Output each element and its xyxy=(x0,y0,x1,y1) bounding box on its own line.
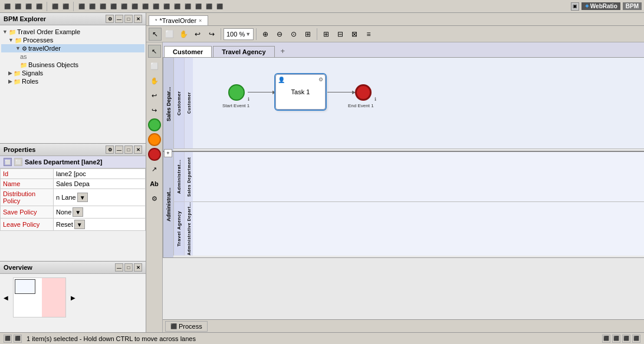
editor-tab-travel-order[interactable]: * *TravelOrder × xyxy=(149,15,208,25)
end-event-element[interactable]: End Event 1 ℹ xyxy=(355,84,372,101)
status-right-icon-4[interactable]: ⬛ xyxy=(632,335,640,343)
pool-2[interactable]: Administrat... Administrat... Sales Depa… xyxy=(163,152,644,258)
explorer-minimize-btn[interactable]: — xyxy=(115,15,123,23)
leave-dropdown-btn[interactable]: ▼ xyxy=(74,220,85,229)
overview-close-btn[interactable]: ✕ xyxy=(134,263,142,272)
distribution-dropdown-btn[interactable]: ▼ xyxy=(77,193,88,202)
status-right-icon-2[interactable]: ⬛ xyxy=(612,335,620,343)
vtool-text[interactable]: Ab xyxy=(148,177,161,190)
tool-zoom-all[interactable]: ⊞ xyxy=(301,28,314,41)
toolbar-icon-3[interactable]: ⬛ xyxy=(24,2,33,11)
tree-item-travelorder[interactable]: ▼ ⚙ travelOrder xyxy=(1,44,144,52)
tool-marquee[interactable]: ⬜ xyxy=(163,28,176,41)
toolbar-icon-15[interactable]: ⬛ xyxy=(162,2,171,11)
property-value-name[interactable]: Sales Depa xyxy=(54,179,146,189)
vtool-end-event[interactable] xyxy=(148,148,161,161)
tree-item-signals[interactable]: ▶ 📁 Signals xyxy=(1,69,144,77)
overview-minimize-btn[interactable]: — xyxy=(115,263,123,272)
status-icon-1[interactable]: ⬛ xyxy=(4,335,12,343)
tool-grid[interactable]: ⊞ xyxy=(320,28,333,41)
sublane-admin-content[interactable] xyxy=(193,152,644,201)
sublane-customer[interactable]: Customer Start Event 1 xyxy=(184,58,644,148)
save-dropdown-btn[interactable]: ▼ xyxy=(73,207,83,217)
lane-tab-customer[interactable]: Customer xyxy=(164,46,212,57)
overview-minimap[interactable] xyxy=(13,277,66,317)
tool-undo[interactable]: ↩ xyxy=(191,28,204,41)
toolbar-icon-4[interactable]: ⬛ xyxy=(34,2,44,11)
toolbar-icon-13[interactable]: ⬛ xyxy=(140,2,150,11)
overview-nav-right[interactable]: ▶ xyxy=(71,295,75,301)
toolbar-icon-2[interactable]: ⬛ xyxy=(13,2,22,11)
tab-close-icon[interactable]: × xyxy=(199,18,202,24)
sublane-customer-content[interactable]: Start Event 1 ℹ ▶ xyxy=(193,58,644,148)
status-right-icon-1[interactable]: ⬛ xyxy=(602,335,610,343)
property-value-distribution[interactable]: n Lane ▼ xyxy=(54,189,146,206)
vtool-settings[interactable]: ⚙ xyxy=(148,192,161,205)
toolbar-icon-20[interactable]: ⬛ xyxy=(215,2,224,11)
bpm-button[interactable]: BPM xyxy=(623,2,642,10)
zoom-control[interactable]: 100 % ▼ xyxy=(224,28,254,40)
properties-close-btn[interactable]: ✕ xyxy=(134,145,142,154)
tool-snap[interactable]: ⊟ xyxy=(334,28,347,41)
tool-zoom-in[interactable]: ⊕ xyxy=(259,28,272,41)
lane-tab-travel-agency[interactable]: Travel Agency xyxy=(213,46,274,57)
vtool-pan[interactable]: ✋ xyxy=(148,74,161,87)
property-value-save[interactable]: None ▼ xyxy=(54,206,146,219)
vtool-gateway[interactable]: ↗ xyxy=(148,163,161,176)
tool-align[interactable]: ≡ xyxy=(362,28,375,41)
tool-zoom-fit[interactable]: ⊙ xyxy=(287,28,300,41)
lane-travel-agency[interactable]: Travel Agency Administrative Depart... xyxy=(173,202,644,256)
explorer-close-btn[interactable]: ✕ xyxy=(134,15,142,23)
sublane-travel-agency-content[interactable] xyxy=(193,202,644,256)
toolbar-icon-7[interactable]: ⬛ xyxy=(77,2,86,11)
vtool-marquee[interactable]: ⬜ xyxy=(148,59,161,72)
properties-minimize-btn[interactable]: — xyxy=(115,145,123,154)
toolbar-icon-6[interactable]: ⬛ xyxy=(61,2,70,11)
toolbar-icon-8[interactable]: ⬛ xyxy=(87,2,97,11)
properties-maximize-btn[interactable]: □ xyxy=(124,145,133,154)
tree-item-project[interactable]: ▼ 📁 Travel Order Example xyxy=(1,28,144,36)
properties-action-btn[interactable]: ⚙ xyxy=(106,145,114,154)
property-value-id[interactable]: lane2 [poc xyxy=(54,169,146,179)
overview-maximize-btn[interactable]: □ xyxy=(124,263,133,272)
tree-item-roles[interactable]: ▶ 📁 Roles xyxy=(1,77,144,85)
tree-item-business-objects[interactable]: 📁 Business Objects xyxy=(1,61,144,69)
start-event-element[interactable]: Start Event 1 ℹ xyxy=(228,84,245,101)
toolbar-icon-14[interactable]: ⬛ xyxy=(151,2,160,11)
property-value-leave[interactable]: Reset ▼ xyxy=(54,219,146,231)
vtool-intermediate-event[interactable] xyxy=(148,133,161,146)
toolbar-icon-12[interactable]: ⬛ xyxy=(130,2,139,11)
tool-select[interactable]: ↖ xyxy=(149,28,162,41)
tool-layout[interactable]: ⊠ xyxy=(348,28,361,41)
toolbar-icon-9[interactable]: ⬛ xyxy=(98,2,107,11)
vtool-connect[interactable]: ↩ xyxy=(148,89,161,102)
pool-1[interactable]: Sales Depar... Customer Customer xyxy=(163,58,644,152)
explorer-collapse-btn[interactable]: ⚙ xyxy=(106,15,114,23)
vtool-select[interactable]: ↖ xyxy=(148,45,161,58)
sublane-travel-agency[interactable]: Administrative Depart... xyxy=(184,202,644,256)
toolbar-icon-16[interactable]: ⬛ xyxy=(172,2,182,11)
task1-element[interactable]: Task 1 👤 ⚙ xyxy=(275,74,326,110)
bpm-canvas[interactable]: Customer Travel Agency + Sales Depar.. xyxy=(163,42,644,332)
lane-customer[interactable]: Customer Customer xyxy=(173,58,644,149)
tool-zoom-out[interactable]: ⊖ xyxy=(273,28,286,41)
add-lane-tab-btn[interactable]: + xyxy=(276,45,290,57)
zoom-down-arrow[interactable]: ▼ xyxy=(245,31,251,37)
toolbar-icon-19[interactable]: ⬛ xyxy=(204,2,213,11)
toolbar-icon-5[interactable]: ⬛ xyxy=(50,2,60,11)
status-right-icon-3[interactable]: ⬛ xyxy=(622,335,630,343)
toolbar-icon-11[interactable]: ⬛ xyxy=(119,2,129,11)
toolbar-icon-1[interactable]: ⬛ xyxy=(2,2,12,11)
vtool-start-event[interactable] xyxy=(148,118,161,131)
toolbar-icon-10[interactable]: ⬛ xyxy=(109,2,118,11)
process-tab[interactable]: ⬛ Process xyxy=(165,321,208,332)
toolbar-icon-18[interactable]: ⬛ xyxy=(193,2,203,11)
vtool-connect2[interactable]: ↪ xyxy=(148,104,161,117)
toolbar-icon-17[interactable]: ⬛ xyxy=(183,2,192,11)
explorer-maximize-btn[interactable]: □ xyxy=(124,15,133,23)
expand-pool-btn[interactable]: + xyxy=(164,149,172,157)
tool-redo[interactable]: ↪ xyxy=(205,28,218,41)
lane-admin[interactable]: Administrat... Sales Department xyxy=(173,152,644,202)
tool-pan[interactable]: ✋ xyxy=(177,28,190,41)
tree-item-processes[interactable]: ▼ 📁 Processes xyxy=(1,36,144,44)
